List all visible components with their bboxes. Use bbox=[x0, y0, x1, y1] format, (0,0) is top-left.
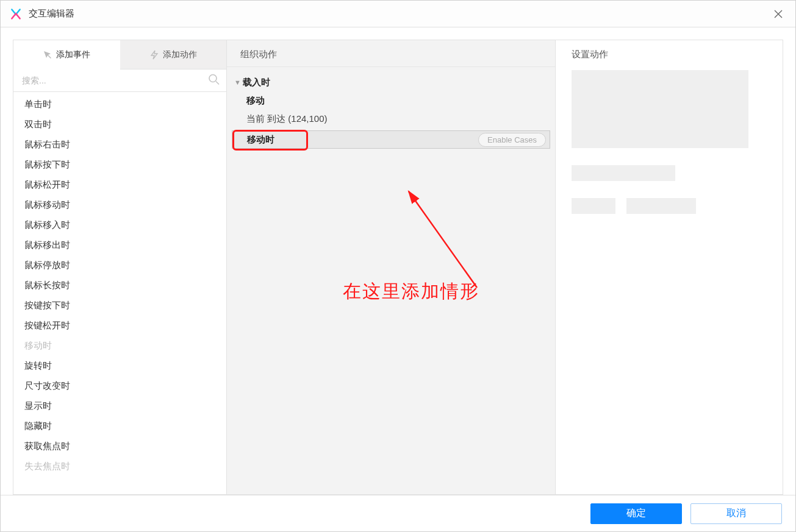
event-item[interactable]: 双击时 bbox=[13, 115, 226, 135]
settings-placeholders bbox=[556, 70, 783, 214]
enable-cases-button[interactable]: Enable Cases bbox=[478, 133, 546, 147]
middle-header: 组织动作 bbox=[227, 40, 555, 67]
event-item[interactable]: 鼠标移出时 bbox=[13, 235, 226, 255]
titlebar: 交互编辑器 bbox=[1, 1, 795, 27]
window-title: 交互编辑器 bbox=[29, 8, 74, 20]
placeholder-block bbox=[572, 70, 748, 148]
tree-event-label: 载入时 bbox=[243, 77, 270, 88]
left-tabs: 添加事件 添加动作 bbox=[13, 40, 226, 69]
action-tree: ▼ 载入时 移动 当前 到达 (124,100) 移动时 Enable Case… bbox=[227, 67, 555, 155]
annotation-text: 在这里添加情形 bbox=[343, 279, 479, 304]
tree-event-node[interactable]: ▼ 载入时 bbox=[232, 73, 550, 91]
placeholder-block bbox=[626, 198, 696, 214]
event-item[interactable]: 隐藏时 bbox=[13, 416, 226, 436]
event-item[interactable]: 鼠标移动时 bbox=[13, 195, 226, 215]
editor-body: 添加事件 添加动作 单击时 双击时 鼠标右击时 鼠标按下时 bbox=[1, 27, 795, 495]
bolt-icon bbox=[149, 50, 159, 60]
right-panel: 设置动作 bbox=[556, 40, 783, 495]
ok-button[interactable]: 确定 bbox=[590, 503, 682, 524]
event-item[interactable]: 按键松开时 bbox=[13, 316, 226, 336]
event-item[interactable]: 按键按下时 bbox=[13, 296, 226, 316]
event-item[interactable]: 鼠标按下时 bbox=[13, 155, 226, 175]
tab-add-action[interactable]: 添加动作 bbox=[120, 40, 227, 69]
event-item: 移动时 bbox=[13, 336, 226, 356]
event-item[interactable]: 单击时 bbox=[13, 94, 226, 115]
middle-panel: 组织动作 ▼ 载入时 移动 当前 到达 (124,100) 移动时 Enable… bbox=[226, 40, 556, 495]
tree-selected-event-label: 移动时 bbox=[247, 134, 274, 146]
cursor-bolt-icon bbox=[43, 50, 52, 60]
tree-action-detail[interactable]: 当前 到达 (124,100) bbox=[232, 110, 550, 128]
tree-action-node[interactable]: 移动 bbox=[232, 91, 550, 110]
event-item[interactable]: 失去焦点时 bbox=[13, 456, 226, 477]
dialog-footer: 确定 取消 bbox=[1, 495, 795, 531]
placeholder-block bbox=[572, 165, 675, 181]
svg-line-2 bbox=[409, 191, 477, 288]
search-input[interactable] bbox=[13, 69, 226, 91]
search-bar bbox=[13, 69, 226, 92]
tree-selected-event-node[interactable]: 移动时 Enable Cases bbox=[232, 130, 550, 149]
app-logo-icon bbox=[9, 7, 23, 21]
event-item[interactable]: 鼠标松开时 bbox=[13, 175, 226, 195]
event-item[interactable]: 鼠标长按时 bbox=[13, 275, 226, 296]
tree-action-label: 移动 bbox=[246, 95, 265, 107]
event-item[interactable]: 尺寸改变时 bbox=[13, 376, 226, 396]
close-icon bbox=[774, 10, 783, 18]
annotation-arrow-icon bbox=[398, 184, 495, 294]
event-list: 单击时 双击时 鼠标右击时 鼠标按下时 鼠标松开时 鼠标移动时 鼠标移入时 鼠标… bbox=[13, 92, 226, 494]
caret-down-icon: ▼ bbox=[234, 79, 243, 86]
tab-add-event[interactable]: 添加事件 bbox=[13, 40, 120, 69]
tree-action-detail-label: 当前 到达 (124,100) bbox=[246, 113, 328, 125]
tab-add-action-label: 添加动作 bbox=[163, 49, 197, 60]
tab-add-event-label: 添加事件 bbox=[56, 49, 90, 60]
left-panel: 添加事件 添加动作 单击时 双击时 鼠标右击时 鼠标按下时 bbox=[13, 40, 226, 495]
search-icon bbox=[208, 74, 220, 88]
cancel-button[interactable]: 取消 bbox=[690, 503, 782, 524]
event-item[interactable]: 旋转时 bbox=[13, 356, 226, 376]
svg-point-0 bbox=[209, 75, 217, 82]
close-button[interactable] bbox=[770, 5, 787, 23]
event-item[interactable]: 显示时 bbox=[13, 396, 226, 416]
event-item[interactable]: 鼠标右击时 bbox=[13, 135, 226, 155]
event-item[interactable]: 获取焦点时 bbox=[13, 436, 226, 456]
interaction-editor-window: 交互编辑器 添加事件 添加动作 bbox=[0, 0, 796, 532]
event-item[interactable]: 鼠标停放时 bbox=[13, 255, 226, 275]
svg-line-1 bbox=[216, 82, 219, 85]
placeholder-block bbox=[572, 198, 615, 214]
right-header: 设置动作 bbox=[556, 40, 783, 70]
event-item[interactable]: 鼠标移入时 bbox=[13, 215, 226, 235]
